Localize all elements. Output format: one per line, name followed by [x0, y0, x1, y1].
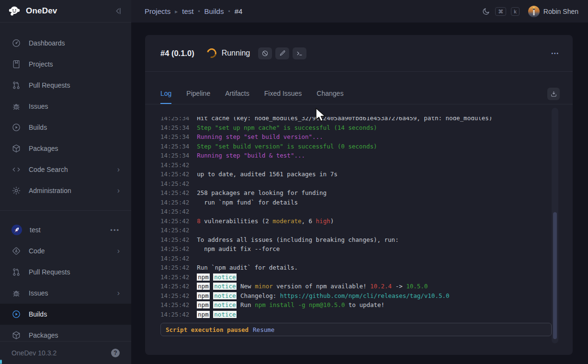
sidebar-item-issues[interactable]: Issues› — [0, 283, 131, 304]
download-log-button[interactable] — [547, 88, 560, 100]
log-line: 14:25:42up to date, audited 1561 package… — [160, 170, 551, 179]
rocket-icon — [13, 226, 21, 234]
chevron-right-icon: › — [117, 247, 120, 255]
npm-badge: npm — [197, 292, 210, 299]
sidebar-item-label: Issues — [29, 102, 48, 110]
log-text: npm audit fix --force — [197, 245, 280, 252]
log-timestamp: 14:25:42 — [160, 171, 189, 178]
breadcrumb-builds[interactable]: Builds — [204, 7, 224, 15]
help-icon[interactable]: ? — [111, 349, 120, 357]
package-icon — [11, 144, 21, 153]
log-line: 14:25:42258 packages are looking for fun… — [160, 188, 551, 198]
sidebar-collapse-button[interactable] — [114, 7, 123, 15]
log-text: Run — [237, 301, 255, 308]
build-more-button[interactable]: ••• — [551, 51, 559, 56]
log-line: 14:25:42To address all issues (including… — [160, 235, 551, 245]
log-line: 14:25:42npm notice — [160, 273, 551, 282]
log-line: 14:25:42npm notice Changelog: https://gi… — [160, 291, 551, 301]
sidebar-item-label: Issues — [29, 289, 48, 297]
log-timestamp: 14:25:42 — [160, 311, 189, 318]
sidebar-item-pull-requests[interactable]: Pull Requests — [0, 262, 131, 283]
sidebar-item-dashboards[interactable]: Dashboards — [0, 33, 131, 54]
sidebar-item-administration[interactable]: Administration› — [0, 180, 131, 201]
log-text: npm install -g npm@10.5.0 — [255, 301, 345, 308]
shortcut-k-key[interactable]: k — [511, 7, 520, 16]
project-more-button[interactable]: ••• — [110, 227, 120, 234]
npm-badge: npm — [197, 283, 210, 290]
cancel-build-button[interactable] — [258, 47, 272, 59]
onedev-logo-icon — [8, 4, 21, 18]
build-log: 14:25:34Hit cache (key: node_modules_32/… — [160, 117, 551, 343]
sidebar-item-code-search[interactable]: Code Search› — [0, 159, 131, 180]
log-text: New — [237, 283, 255, 290]
log-timestamp: 14:25:42 — [160, 217, 189, 225]
notice-badge: notice — [213, 292, 237, 299]
log-text: vulnerabilities (2 — [201, 217, 273, 225]
sidebar-project-row[interactable]: test ••• — [0, 219, 131, 240]
log-timestamp: 14:25:34 — [160, 133, 189, 140]
sidebar-item-issues[interactable]: Issues — [0, 96, 131, 117]
topbar-right: ⌘ k Robin Shen — [482, 6, 578, 17]
log-timestamp: 14:25:42 — [160, 189, 189, 196]
breadcrumb-test[interactable]: test — [182, 7, 193, 15]
dark-mode-toggle[interactable] — [482, 7, 490, 16]
app-name: OneDev — [26, 6, 57, 16]
user-menu[interactable]: Robin Shen — [528, 6, 578, 17]
breadcrumb: Projects▸test•Builds•#4 — [145, 7, 242, 15]
log-timestamp: 14:25:34 — [160, 152, 189, 159]
log-text: high — [316, 217, 330, 225]
log-timestamp: 14:25:42 — [160, 161, 189, 169]
log-line: 14:25:42npm notice — [160, 310, 551, 319]
sidebar-item-label: Projects — [29, 60, 53, 68]
sidebar-item-packages[interactable]: Packages — [0, 138, 131, 159]
log-timestamp: 14:25:34 — [160, 117, 189, 122]
web-terminal-button[interactable] — [293, 47, 306, 59]
onedev-logo[interactable]: OneDev — [8, 4, 57, 18]
sidebar-item-builds[interactable]: Builds — [0, 304, 131, 325]
log-line: 14:25:34Running step "build & test"... — [160, 151, 551, 160]
log-text: Changelog: — [237, 292, 280, 299]
edit-build-button[interactable] — [275, 47, 289, 59]
sidebar-item-pull-requests[interactable]: Pull Requests — [0, 75, 131, 96]
main-area: #4 (0.1.0) Running — [131, 23, 588, 364]
sidebar-item-code[interactable]: Code› — [0, 240, 131, 262]
tab-artifacts[interactable]: Artifacts — [225, 90, 249, 104]
code-search-icon — [11, 165, 21, 174]
resume-link[interactable]: Resume — [253, 326, 274, 333]
sidebar-divider — [0, 210, 131, 211]
project-avatar — [11, 225, 22, 235]
build-card: #4 (0.1.0) Running — [145, 35, 573, 355]
log-scrollbar-thumb[interactable] — [553, 212, 557, 339]
log-line: 14:25:34Step "set up npm cache" is succe… — [160, 123, 551, 133]
log-text: Step "set up npm cache" is successful (1… — [197, 124, 377, 131]
breadcrumb-projects[interactable]: Projects — [145, 7, 170, 15]
code-icon — [11, 246, 21, 256]
log-timestamp: 14:25:42 — [160, 245, 189, 252]
log-text: Running step "build & test"... — [197, 152, 305, 159]
sidebar-item-projects[interactable]: Projects — [0, 54, 131, 75]
shortcut-cmd-key[interactable]: ⌘ — [495, 7, 506, 16]
log-line: 14:25:42Run `npm audit` for details. — [160, 263, 551, 273]
log-text: moderate — [272, 217, 301, 225]
sidebar-item-builds[interactable]: Builds — [0, 117, 131, 138]
sidebar-item-label: Administration — [29, 187, 71, 194]
chevron-right-icon: › — [117, 166, 120, 173]
download-icon — [550, 91, 557, 98]
build-header: #4 (0.1.0) Running — [145, 35, 573, 72]
pull-request-icon — [11, 80, 21, 90]
tab-fixed-issues[interactable]: Fixed Issues — [264, 90, 302, 104]
log-link[interactable]: https://github.com/npm/cli/releases/tag/… — [280, 292, 450, 299]
tab-changes[interactable]: Changes — [317, 90, 343, 104]
tab-pipeline[interactable]: Pipeline — [186, 90, 210, 104]
log-timestamp: 14:25:34 — [160, 124, 189, 131]
breadcrumb-caret-separator: ▸ — [175, 8, 178, 15]
build-actions — [258, 47, 306, 59]
tab-log[interactable]: Log — [160, 90, 171, 104]
log-line: 14:25:42 run `npm fund` for details — [160, 198, 551, 207]
user-name: Robin Shen — [543, 8, 578, 15]
notice-badge: notice — [213, 301, 237, 308]
log-scrollbar-track[interactable] — [552, 108, 558, 343]
sidebar-item-label: Code — [29, 247, 45, 255]
sidebar-scrollbar[interactable] — [0, 360, 2, 364]
log-text: To address all issues (including breakin… — [197, 236, 398, 243]
